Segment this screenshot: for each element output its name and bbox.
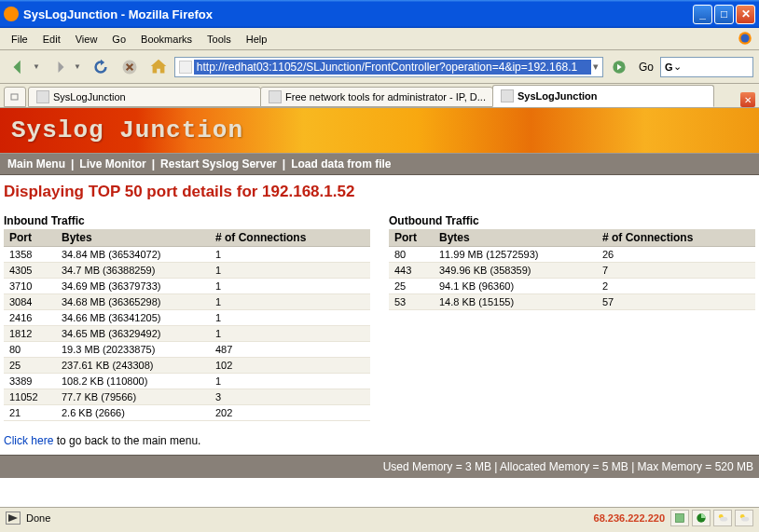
back-link[interactable]: Click here: [4, 434, 53, 447]
table-row: 430534.7 MB (36388259)1: [4, 263, 370, 279]
cell-bytes: 34.65 MB (36329492): [56, 326, 210, 342]
cell-port: 80: [4, 342, 56, 358]
tab-1[interactable]: SysLogJunction: [28, 87, 261, 107]
window-titlebar: SysLogJunction - Mozilla Firefox _ □ ✕: [0, 0, 759, 28]
status-weather-2-icon[interactable]: [735, 510, 753, 526]
nav-separator: |: [281, 157, 287, 171]
cell-port: 3084: [4, 294, 56, 310]
url-dropdown-icon[interactable]: ▾: [591, 61, 600, 73]
back-button[interactable]: [6, 54, 32, 80]
cell-port: 25: [389, 279, 434, 294]
cell-bytes: 108.2 KB (110800): [56, 374, 210, 389]
table-row: 3389108.2 KB (110800)1: [4, 374, 370, 389]
tab-3[interactable]: SysLogJunction: [492, 85, 714, 107]
nav-restart-server[interactable]: Restart Syslog Server: [157, 157, 281, 171]
url-bar[interactable]: ▾: [174, 57, 603, 77]
col-port: Port: [4, 229, 56, 247]
status-weather-1-icon[interactable]: [713, 510, 732, 526]
window-title: SysLogJunction - Mozilla Firefox: [23, 7, 693, 21]
forward-dropdown-icon[interactable]: ▼: [74, 62, 81, 71]
cell-bytes: 34.84 MB (36534072): [56, 247, 210, 263]
cell-bytes: 34.68 MB (36365298): [56, 294, 210, 310]
back-text: to go back to the main menu.: [53, 434, 200, 447]
table-row: 25237.61 KB (243308)102: [4, 358, 370, 374]
search-input[interactable]: G⌄: [660, 57, 753, 77]
status-widget-1[interactable]: [670, 510, 689, 526]
tab-label: Free network tools for administrator - I…: [285, 91, 486, 102]
cell-conn: 26: [597, 247, 755, 263]
status-bar: Done 68.236.222.220: [0, 507, 759, 528]
cell-port: 3389: [4, 374, 56, 389]
inbound-title: Inbound Traffic: [4, 214, 370, 227]
svg-point-8: [720, 517, 727, 522]
menu-help[interactable]: Help: [239, 31, 275, 48]
cell-bytes: 11.99 MB (12572593): [434, 247, 597, 263]
table-row: 135834.84 MB (36534072)1: [4, 247, 370, 263]
cell-conn: 487: [210, 342, 370, 358]
table-row: 8011.99 MB (12572593)26: [389, 247, 755, 263]
cell-port: 1358: [4, 247, 56, 263]
close-button[interactable]: ✕: [736, 5, 755, 24]
new-tab-button[interactable]: [4, 87, 26, 107]
col-bytes: Bytes: [56, 229, 210, 247]
cell-port: 11052: [4, 389, 56, 405]
menu-go[interactable]: Go: [104, 31, 133, 48]
nav-main-menu[interactable]: Main Menu: [4, 157, 69, 171]
svg-point-1: [741, 34, 750, 42]
table-row: 308434.68 MB (36365298)1: [4, 294, 370, 310]
menu-view[interactable]: View: [68, 31, 105, 48]
nav-live-monitor[interactable]: Live Monitor: [76, 157, 149, 171]
cell-port: 21: [4, 405, 56, 421]
forward-button[interactable]: [47, 54, 73, 80]
reload-button[interactable]: [88, 54, 114, 80]
menu-bookmarks[interactable]: Bookmarks: [133, 31, 200, 48]
svg-rect-5: [675, 513, 683, 522]
nav-load-data[interactable]: Load data from file: [287, 157, 394, 171]
table-row: 5314.8 KB (15155)57: [389, 294, 755, 310]
go-button[interactable]: [606, 54, 632, 80]
home-button[interactable]: [145, 54, 172, 80]
table-row: 212.6 KB (2666)202: [4, 405, 370, 421]
svg-point-10: [741, 517, 749, 522]
cell-bytes: 94.1 KB (96360): [434, 279, 597, 294]
cell-bytes: 34.69 MB (36379733): [56, 279, 210, 294]
back-dropdown-icon[interactable]: ▼: [33, 62, 40, 71]
cell-port: 25: [4, 358, 56, 374]
status-widget-2[interactable]: [692, 510, 711, 526]
tab-bar: SysLogJunction Free network tools for ad…: [0, 84, 759, 108]
cell-conn: 3: [210, 389, 370, 405]
url-input[interactable]: [194, 60, 591, 75]
cell-conn: 1: [210, 310, 370, 326]
cell-conn: 1: [210, 374, 370, 389]
col-connections: # of Connections: [597, 229, 755, 247]
tab-favicon-icon: [501, 89, 514, 102]
cell-bytes: 19.3 MB (20233875): [56, 342, 210, 358]
tab-2[interactable]: Free network tools for administrator - I…: [260, 87, 493, 107]
table-row: 181234.65 MB (36329492)1: [4, 326, 370, 342]
cell-conn: 2: [597, 279, 755, 294]
cell-conn: 1: [210, 279, 370, 294]
app-brand: Syslog Junction: [11, 116, 243, 144]
status-mode-icon[interactable]: [6, 512, 21, 525]
table-row: 1105277.7 KB (79566)3: [4, 389, 370, 405]
stop-button[interactable]: [117, 54, 143, 80]
col-bytes: Bytes: [434, 229, 597, 247]
cell-port: 53: [389, 294, 434, 310]
status-ip: 68.236.222.220: [594, 512, 665, 524]
cell-port: 1812: [4, 326, 56, 342]
cell-bytes: 77.7 KB (79566): [56, 389, 210, 405]
minimize-button[interactable]: _: [693, 5, 712, 24]
menu-edit[interactable]: Edit: [35, 31, 68, 48]
tab-label: SysLogJunction: [53, 91, 126, 102]
maximize-button[interactable]: □: [714, 5, 734, 24]
page-heading: Displaying TOP 50 port details for 192.1…: [4, 183, 755, 201]
menu-file[interactable]: File: [4, 31, 35, 48]
app-header: Syslog Junction: [0, 108, 759, 153]
page-favicon-icon: [179, 61, 192, 74]
col-connections: # of Connections: [210, 229, 370, 247]
cell-conn: 57: [597, 294, 755, 310]
tab-close-button[interactable]: ✕: [740, 92, 755, 107]
table-row: 8019.3 MB (20233875)487: [4, 342, 370, 358]
cell-conn: 202: [210, 405, 370, 421]
menu-tools[interactable]: Tools: [200, 31, 239, 48]
